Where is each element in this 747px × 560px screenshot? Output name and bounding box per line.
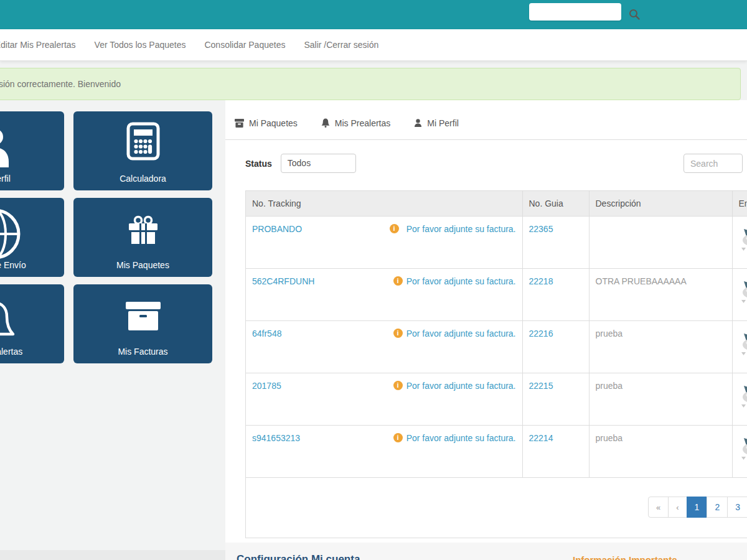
top-bar (0, 0, 747, 29)
nav-item-consolidar[interactable]: Consolidar Paquetes (204, 40, 285, 50)
tile-label: Mis Prealertas (0, 347, 64, 357)
invoice-notice-text: Por favor adjunte su factura. (406, 381, 516, 391)
guia-link[interactable]: 22218 (529, 276, 553, 286)
packages-table: No. Tracking No. Guia Descripción Envío … (246, 191, 747, 478)
table-row: 562C4RFDUNH iPor favor adjunte su factur… (246, 268, 747, 320)
guia-link[interactable]: 22216 (529, 329, 553, 338)
column-header-descripcion: Descripción (589, 191, 732, 216)
airplane-icon (739, 229, 747, 251)
tab-label: Mi Perfil (427, 118, 459, 128)
archive-icon (235, 119, 244, 128)
tile-label: Calculadora (73, 174, 212, 184)
airplane-icon (739, 281, 747, 304)
login-success-alert: Ha iniciado sesión correctamente. Bienve… (0, 68, 741, 100)
tile-mis-facturas[interactable]: Mis Facturas (73, 284, 212, 363)
info-icon: i (390, 224, 399, 233)
pagination: « ‹ 1 2 3 (648, 497, 747, 518)
pagination-page-2[interactable]: 2 (707, 497, 728, 518)
tile-calculadora[interactable]: Calculadora (73, 111, 212, 190)
tile-mis-prealertas[interactable]: Mis Prealertas (0, 284, 64, 363)
filter-row: Status Todos (245, 154, 727, 173)
description-text: OTRA PRUEBAAAAAA (596, 276, 687, 286)
tab-mi-paquetes[interactable]: Mi Paquetes (235, 115, 298, 139)
guia-link[interactable]: 22214 (529, 433, 553, 443)
invoice-notice-text: Por favor adjunte su factura. (406, 224, 516, 234)
footer-link[interactable]: Información Importante (573, 554, 677, 560)
tile-label: Mis Paquetes (73, 260, 212, 270)
guia-link[interactable]: 22215 (529, 381, 553, 391)
tile-tarifas-envio[interactable]: Tarifas de Envío (0, 198, 64, 277)
main-panel: Mi Paquetes Mis Prealertas Mi Perfil Sta… (225, 100, 747, 543)
airplane-icon (739, 438, 747, 460)
calculator-icon (126, 122, 160, 161)
tracking-link[interactable]: 64fr548 (252, 329, 281, 338)
footer-left-bg (0, 550, 225, 560)
nav-item-prealertas[interactable]: Crear / Editar Mis Prealertas (0, 40, 76, 50)
search-icon[interactable] (629, 9, 640, 20)
tracking-link[interactable]: 201785 (252, 381, 281, 391)
pagination-prev[interactable]: ‹ (668, 497, 687, 518)
invoice-notice-text: Por favor adjunte su factura. (406, 329, 516, 338)
table-row: 201785 iPor favor adjunte su factura. 22… (246, 373, 747, 425)
pagination-page-1[interactable]: 1 (687, 497, 708, 518)
tile-label: Mi Perfil (0, 174, 64, 184)
tile-label: Mis Facturas (73, 347, 212, 357)
pagination-first[interactable]: « (648, 497, 669, 518)
table-row: PROBANDO iPor favor adjunte su factura. … (246, 216, 747, 268)
bell-icon (321, 118, 330, 128)
table-row: s941653213 iPor favor adjunte su factura… (246, 425, 747, 477)
user-icon (414, 119, 422, 127)
main-nav: Crear / Editar Mis Prealertas Ver Todos … (0, 29, 747, 61)
footer-band: Configuración Mi cuenta Información Impo… (0, 543, 747, 560)
airplane-icon (739, 386, 747, 408)
description-text: prueba (596, 329, 623, 338)
column-header-guia: No. Guia (522, 191, 589, 216)
bell-icon (0, 299, 16, 343)
tab-bar: Mi Paquetes Mis Prealertas Mi Perfil (225, 100, 747, 140)
footer-heading: Configuración Mi cuenta (237, 553, 360, 560)
tab-mis-prealertas[interactable]: Mis Prealertas (321, 115, 390, 139)
user-icon (0, 126, 13, 167)
tracking-link[interactable]: s941653213 (252, 433, 300, 443)
column-header-envio: Envío (732, 191, 747, 216)
nav-item-logout[interactable]: Salir /Cerrar sesión (304, 40, 378, 50)
packages-table-container: No. Tracking No. Guia Descripción Envío … (245, 190, 747, 538)
gift-icon (128, 215, 159, 245)
invoice-notice-text: Por favor adjunte su factura. (406, 276, 516, 286)
tracking-link[interactable]: 562C4RFDUNH (252, 276, 314, 286)
table-search-input[interactable] (684, 154, 743, 173)
tile-mis-paquetes[interactable]: Mis Paquetes (73, 198, 212, 277)
description-text: prueba (596, 381, 623, 391)
tile-label: Tarifas de Envío (0, 260, 64, 270)
page: Crear / Editar Mis Prealertas Ver Todos … (0, 0, 747, 560)
tab-mi-perfil[interactable]: Mi Perfil (414, 115, 459, 139)
nav-item-ver-paquetes[interactable]: Ver Todos los Paquetes (95, 40, 186, 50)
pagination-page-3[interactable]: 3 (727, 497, 747, 518)
info-icon: i (393, 276, 403, 286)
column-header-tracking: No. Tracking (246, 191, 522, 216)
invoice-notice-text: Por favor adjunte su factura. (406, 433, 516, 443)
globe-icon (0, 207, 22, 261)
status-select[interactable]: Todos (281, 154, 356, 173)
tab-label: Mi Paquetes (249, 118, 298, 128)
description-text: prueba (596, 433, 623, 443)
topbar-search-input[interactable] (529, 3, 621, 21)
guia-link[interactable]: 22365 (529, 224, 553, 234)
table-header-row: No. Tracking No. Guia Descripción Envío (246, 191, 747, 216)
airplane-icon (739, 334, 747, 356)
tile-mi-perfil[interactable]: Mi Perfil (0, 111, 64, 190)
tab-label: Mis Prealertas (335, 118, 390, 128)
alert-message: Ha iniciado sesión correctamente. Bienve… (0, 79, 121, 89)
status-label: Status (245, 159, 272, 169)
info-icon: i (393, 329, 403, 338)
tracking-link[interactable]: PROBANDO (252, 224, 302, 234)
table-row: 64fr548 iPor favor adjunte su factura. 2… (246, 320, 747, 373)
info-icon: i (393, 381, 403, 390)
box-icon (126, 302, 161, 332)
info-icon: i (393, 433, 403, 442)
